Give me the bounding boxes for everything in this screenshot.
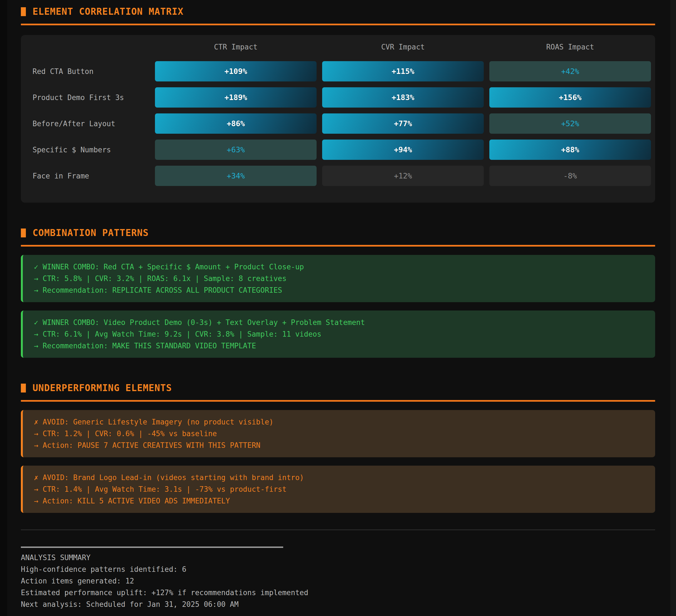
summary-line: Next analysis: Scheduled for Jan 31, 202… — [21, 599, 655, 610]
matrix-impact-cell: +94% — [322, 139, 484, 160]
avoid-box-1: ✗ AVOID: Generic Lifestyle Imagery (no p… — [21, 410, 655, 457]
callout-line: → CTR: 5.8% | CVR: 3.2% | ROAS: 6.1x | S… — [34, 273, 644, 284]
summary-text-block: ANALYSIS SUMMARY High-confidence pattern… — [21, 552, 655, 610]
matrix-impact-cell: +12% — [322, 166, 484, 186]
matrix-impact-cell: +63% — [155, 139, 317, 160]
matrix-row: Red CTA Button+109%+115%+42% — [21, 61, 655, 81]
callout-line: → CTR: 6.1% | Avg Watch Time: 9.2s | CVR… — [34, 328, 644, 340]
section-title-text: COMBINATION PATTERNS — [33, 227, 149, 239]
orange-square-bullet-icon — [21, 7, 26, 16]
matrix-impact-cell: -8% — [489, 166, 651, 186]
matrix-impact-cell: +34% — [155, 166, 317, 186]
section-header-underperforming-elements: UNDERPERFORMING ELEMENTS — [21, 376, 655, 393]
matrix-impact-cell: +115% — [322, 61, 484, 81]
summary-line: High-confidence patterns identified: 6 — [21, 563, 655, 575]
matrix-row-label: Face in Frame — [21, 172, 150, 180]
callout-line: ✗ AVOID: Brand Logo Lead-in (videos star… — [34, 472, 644, 483]
matrix-row-label: Product Demo First 3s — [21, 94, 150, 102]
column-header-roas: ROAS Impact — [489, 43, 651, 51]
matrix-row-label: Red CTA Button — [21, 67, 150, 76]
section-divider-rule — [21, 24, 655, 25]
report-content: ELEMENT CORRELATION MATRIX CTR Impact CV… — [21, 0, 655, 616]
matrix-row: Specific $ Numbers+63%+94%+88% — [21, 139, 655, 160]
callout-line: → Recommendation: REPLICATE ACROSS ALL P… — [34, 284, 644, 296]
horizontal-divider — [21, 530, 655, 530]
matrix-impact-cell: +189% — [155, 87, 317, 108]
winner-combo-box-1: ✓ WINNER COMBO: Red CTA + Specific $ Amo… — [21, 255, 655, 302]
correlation-matrix-panel: CTR Impact CVR Impact ROAS Impact Red CT… — [21, 35, 655, 203]
matrix-row-label: Specific $ Numbers — [21, 146, 150, 154]
avoid-box-2: ✗ AVOID: Brand Logo Lead-in (videos star… — [21, 466, 655, 513]
summary-line: Action items generated: 12 — [21, 575, 655, 587]
matrix-impact-cell: +183% — [322, 87, 484, 108]
callout-line: → Recommendation: MAKE THIS STANDARD VID… — [34, 340, 644, 352]
matrix-header-row: CTR Impact CVR Impact ROAS Impact — [21, 43, 655, 51]
section-divider-rule — [21, 400, 655, 402]
scrollbar-track[interactable] — [670, 0, 676, 616]
section-divider-rule — [21, 245, 655, 247]
section-header-combination-patterns: COMBINATION PATTERNS — [21, 221, 655, 239]
callout-line: ✓ WINNER COMBO: Red CTA + Specific $ Amo… — [34, 261, 644, 273]
callout-line: ✗ AVOID: Generic Lifestyle Imagery (no p… — [34, 416, 644, 428]
matrix-rows: Red CTA Button+109%+115%+42%Product Demo… — [21, 61, 655, 186]
section-title-text: ELEMENT CORRELATION MATRIX — [33, 6, 184, 17]
window-left-edge — [0, 0, 7, 616]
summary-top-bar — [21, 547, 283, 548]
summary-title: ANALYSIS SUMMARY — [21, 552, 655, 563]
column-header-cvr: CVR Impact — [322, 43, 484, 51]
matrix-impact-cell: +77% — [322, 113, 484, 134]
orange-square-bullet-icon — [21, 384, 26, 392]
callout-line: ✓ WINNER COMBO: Video Product Demo (0-3s… — [34, 317, 644, 328]
winner-combo-box-2: ✓ WINNER COMBO: Video Product Demo (0-3s… — [21, 310, 655, 358]
callout-line: → Action: PAUSE 7 ACTIVE CREATIVES WITH … — [34, 439, 644, 451]
summary-line: Estimated performance uplift: +127% if r… — [21, 587, 655, 599]
matrix-row-label: Before/After Layout — [21, 120, 150, 128]
callout-line: → Action: KILL 5 ACTIVE VIDEO ADS IMMEDI… — [34, 495, 644, 507]
callout-line: → CTR: 1.4% | Avg Watch Time: 3.1s | -73… — [34, 483, 644, 495]
matrix-row: Face in Frame+34%+12%-8% — [21, 166, 655, 186]
matrix-impact-cell: +52% — [489, 113, 651, 134]
matrix-impact-cell: +88% — [489, 139, 651, 160]
matrix-impact-cell: +109% — [155, 61, 317, 81]
orange-square-bullet-icon — [21, 229, 26, 237]
analysis-summary: ANALYSIS SUMMARY High-confidence pattern… — [21, 547, 655, 616]
matrix-row: Product Demo First 3s+189%+183%+156% — [21, 87, 655, 108]
matrix-row: Before/After Layout+86%+77%+52% — [21, 113, 655, 134]
callout-line: → CTR: 1.2% | CVR: 0.6% | -45% vs baseli… — [34, 428, 644, 439]
matrix-impact-cell: +156% — [489, 87, 651, 108]
section-title-text: UNDERPERFORMING ELEMENTS — [33, 382, 172, 393]
column-header-ctr: CTR Impact — [155, 43, 317, 51]
matrix-impact-cell: +42% — [489, 61, 651, 81]
section-header-correlation-matrix: ELEMENT CORRELATION MATRIX — [21, 0, 655, 17]
matrix-impact-cell: +86% — [155, 113, 317, 134]
